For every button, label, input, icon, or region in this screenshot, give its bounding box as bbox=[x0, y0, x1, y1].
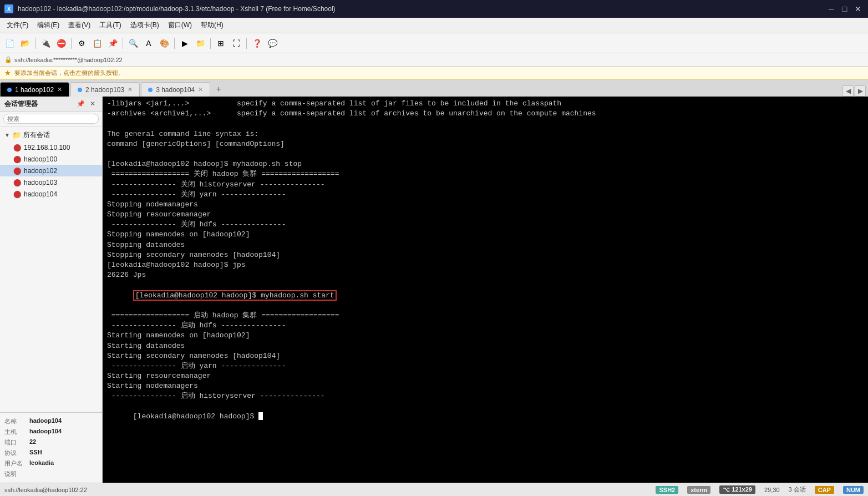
sidebar-header-icons: 📌 ✕ bbox=[75, 99, 98, 109]
terminal[interactable]: -libjars <jar1,...> specify a comma-sepa… bbox=[103, 97, 868, 483]
window-title: hadoop102 - leokadia@hadoop102:/opt/modu… bbox=[18, 5, 826, 13]
terminal-line-27: --------------- 启动 historyserver -------… bbox=[107, 391, 864, 401]
tree-item-all-sessions[interactable]: ▼ 📁 所有会话 bbox=[0, 129, 102, 141]
status-sessions: 3 会话 bbox=[789, 485, 806, 494]
highlighted-command: [leokadia@hadoop102 hadoop]$ myhadoop.sh… bbox=[133, 290, 337, 301]
sidebar-close-button[interactable]: ✕ bbox=[88, 99, 98, 109]
maximize-button[interactable]: □ bbox=[839, 3, 850, 14]
info-text: 要添加当前会话，点击左侧的箭头按钮。 bbox=[14, 69, 124, 77]
terminal-line-15: Stopping secondary namenodes [hadoop104] bbox=[107, 250, 864, 260]
tab-dot-2 bbox=[78, 88, 82, 92]
toolbar-paste[interactable]: 📌 bbox=[105, 36, 120, 50]
lock-icon: 🔒 bbox=[4, 56, 12, 63]
toolbar-sftp[interactable]: 📁 bbox=[193, 36, 207, 50]
status-right-area: SSH2 xterm ⌥ 121x29 29,30 3 会话 CAP NUM bbox=[656, 485, 864, 494]
tab-next-button[interactable]: ▶ bbox=[855, 85, 866, 97]
toolbar: 📄 📂 🔌 ⛔ ⚙ 📋 📌 🔍 A 🎨 ▶ 📁 ⊞ ⛶ ❓ 💬 bbox=[0, 33, 868, 53]
terminal-line-prompt: [leokadia@hadoop102 hadoop]$ bbox=[107, 402, 864, 432]
ssh-bar: 🔒 ssh://leokadia:**********@hadoop102:22 bbox=[0, 53, 868, 67]
tree-arrow-all: ▼ bbox=[4, 132, 10, 138]
menu-tabs[interactable]: 选项卡(B) bbox=[126, 18, 164, 32]
tab-prev-button[interactable]: ◀ bbox=[842, 85, 854, 97]
prop-row-desc: 说明 bbox=[0, 469, 102, 479]
toolbar-open[interactable]: 📂 bbox=[18, 36, 32, 50]
prop-val-protocol: SSH bbox=[29, 449, 42, 457]
terminal-line-13: Stopping namenodes on [hadoop102] bbox=[107, 230, 864, 240]
tree-item-ip[interactable]: ⬤ 192.168.10.100 bbox=[0, 141, 102, 153]
toolbar-color[interactable]: 🎨 bbox=[157, 36, 171, 50]
status-term-badge: xterm bbox=[687, 486, 710, 494]
terminal-line-highlighted: [leokadia@hadoop102 hadoop]$ myhadoop.sh… bbox=[107, 280, 864, 311]
app-icon: X bbox=[4, 4, 13, 13]
toolbar-disconnect[interactable]: ⛔ bbox=[54, 36, 68, 50]
toolbar-sep2 bbox=[71, 38, 72, 49]
tab-hadoop104[interactable]: 3 hadoop104 ✕ bbox=[141, 82, 210, 97]
session-icon-100: ⬤ bbox=[13, 155, 22, 163]
sidebar-pin-button[interactable]: 📌 bbox=[75, 99, 85, 109]
session-icon-102: ⬤ bbox=[13, 166, 22, 175]
menu-edit[interactable]: 编辑(E) bbox=[33, 18, 64, 32]
toolbar-split[interactable]: ⊞ bbox=[214, 36, 228, 50]
menu-file[interactable]: 文件(F) bbox=[2, 18, 33, 32]
toolbar-sep1 bbox=[35, 38, 35, 49]
folder-icon: 📁 bbox=[12, 131, 21, 139]
prop-row-host: 主机 hadoop104 bbox=[0, 427, 102, 437]
toolbar-sep6 bbox=[246, 38, 247, 49]
session-icon-103: ⬤ bbox=[13, 178, 22, 186]
tree-item-hadoop103[interactable]: ⬤ hadoop103 bbox=[0, 176, 102, 188]
menu-window[interactable]: 窗口(W) bbox=[164, 18, 196, 32]
toolbar-script[interactable]: ▶ bbox=[177, 36, 192, 50]
terminal-line-3: The general command line syntax is: bbox=[107, 129, 864, 139]
prop-key-port: 端口 bbox=[4, 438, 29, 447]
terminal-line-19: ================== 启动 hadoop 集群 ========… bbox=[107, 311, 864, 321]
terminal-line-26: Starting nodemanagers bbox=[107, 381, 864, 391]
tab-label-3: 3 hadoop104 bbox=[156, 86, 195, 94]
menu-tools[interactable]: 工具(T) bbox=[95, 18, 125, 32]
tree-label-all: 所有会话 bbox=[23, 130, 50, 140]
sidebar-search-area bbox=[0, 112, 102, 126]
toolbar-more[interactable]: 💬 bbox=[265, 36, 280, 50]
toolbar-new[interactable]: 📄 bbox=[2, 36, 17, 50]
tree-item-hadoop104[interactable]: ⬤ hadoop104 bbox=[0, 188, 102, 200]
terminal-line-23: Starting secondary namenodes [hadoop104] bbox=[107, 351, 864, 361]
tree-item-hadoop100[interactable]: ⬤ hadoop100 bbox=[0, 153, 102, 165]
sidebar-header: 会话管理器 📌 ✕ bbox=[0, 97, 102, 112]
menu-help[interactable]: 帮助(H) bbox=[196, 18, 228, 32]
prop-key-protocol: 协议 bbox=[4, 449, 29, 457]
tab-navigation: ◀ ▶ bbox=[842, 85, 868, 97]
tree-label-104: hadoop104 bbox=[24, 190, 57, 198]
prop-row-port: 端口 22 bbox=[0, 437, 102, 448]
terminal-line-10: Stopping nodemanagers bbox=[107, 200, 864, 210]
tab-label-2: 2 hadoop103 bbox=[85, 86, 124, 94]
toolbar-sep3 bbox=[123, 38, 123, 49]
toolbar-fullscreen[interactable]: ⛶ bbox=[229, 36, 243, 50]
prop-key-desc: 说明 bbox=[4, 470, 29, 478]
menu-view[interactable]: 查看(V) bbox=[64, 18, 95, 32]
tab-hadoop103[interactable]: 2 hadoop103 ✕ bbox=[70, 82, 140, 97]
terminal-line-24: --------------- 启动 yarn --------------- bbox=[107, 361, 864, 371]
session-icon-ip: ⬤ bbox=[13, 143, 22, 151]
terminal-line-20: --------------- 启动 hdfs --------------- bbox=[107, 321, 864, 331]
toolbar-settings[interactable]: ⚙ bbox=[74, 36, 89, 50]
tree-label-102: hadoop102 bbox=[24, 167, 57, 175]
toolbar-copy[interactable]: 📋 bbox=[90, 36, 104, 50]
toolbar-search[interactable]: 🔍 bbox=[126, 36, 140, 50]
toolbar-help[interactable]: ❓ bbox=[250, 36, 264, 50]
terminal-line-7: ================== 关闭 hadoop 集群 ========… bbox=[107, 169, 864, 179]
minimize-button[interactable]: ─ bbox=[826, 3, 837, 14]
add-tab-button[interactable]: + bbox=[211, 82, 226, 97]
sidebar-search-input[interactable] bbox=[3, 114, 99, 124]
toolbar-connect[interactable]: 🔌 bbox=[38, 36, 53, 50]
tab-close-2[interactable]: ✕ bbox=[128, 87, 133, 93]
tree-label-103: hadoop103 bbox=[24, 179, 57, 186]
tree-item-hadoop102[interactable]: ⬤ hadoop102 bbox=[0, 165, 102, 176]
prop-key-name: 名称 bbox=[4, 417, 29, 426]
tab-hadoop102[interactable]: 1 hadoop102 ✕ bbox=[0, 82, 69, 97]
close-button[interactable]: ✕ bbox=[852, 3, 864, 14]
status-ssh-address: ssh://leokadia@hadoop102:22 bbox=[4, 487, 656, 493]
tab-close-1[interactable]: ✕ bbox=[57, 87, 62, 93]
terminal-line-21: Starting namenodes on [hadoop102] bbox=[107, 331, 864, 341]
toolbar-font[interactable]: A bbox=[141, 36, 156, 50]
tab-close-3[interactable]: ✕ bbox=[198, 87, 203, 93]
tree-label-100: hadoop100 bbox=[24, 155, 57, 163]
